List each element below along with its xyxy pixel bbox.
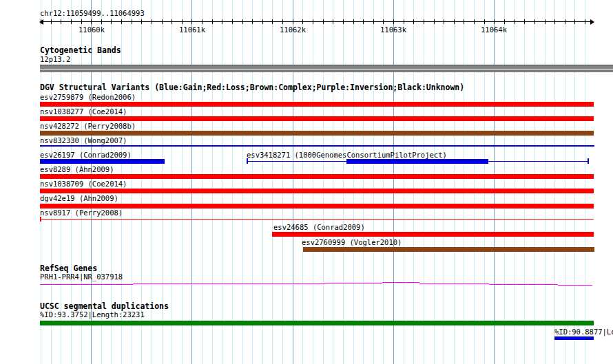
axis-tick xyxy=(232,19,233,24)
track-title: Cytogenetic Bands xyxy=(40,46,121,54)
axis-tick xyxy=(141,19,142,24)
segdup-label[interactable]: %ID:90.8877|Le xyxy=(554,328,613,336)
gridline-minor xyxy=(424,0,424,364)
gridline-major xyxy=(494,0,495,364)
axis-tick-label: 11064k xyxy=(473,25,515,34)
variant-glyph-loss[interactable] xyxy=(40,189,594,193)
gridline-minor xyxy=(353,0,354,364)
variant-glyph-loss[interactable] xyxy=(40,102,594,107)
axis-tick xyxy=(111,19,112,24)
axis-tick xyxy=(202,19,202,24)
variant-glyph-complex[interactable] xyxy=(303,247,594,252)
variant-glyph-gain[interactable] xyxy=(346,159,488,164)
variant-label[interactable]: nsv8917 (Perry2008) xyxy=(40,208,123,217)
variant-label[interactable]: esv2760999 (Vogler2010) xyxy=(302,238,402,246)
axis-tick-label: 11060k xyxy=(71,25,112,34)
gridline-minor xyxy=(302,0,303,364)
genome-browser-panel: chr12:11059499..11064993 11060k 11061k 1… xyxy=(0,0,613,364)
gridline-minor xyxy=(545,0,546,364)
axis-tick xyxy=(413,19,414,24)
gene-segment xyxy=(40,284,133,285)
axis-tick xyxy=(545,19,546,24)
segdup-glyph[interactable] xyxy=(40,321,594,325)
gridline-minor xyxy=(524,0,525,364)
axis-arrow-right-icon xyxy=(590,19,594,25)
gene-label[interactable]: PRH1-PRR4|NR_037918 xyxy=(40,272,123,281)
gridline-minor xyxy=(444,0,444,364)
gridline-minor xyxy=(333,0,333,364)
axis-tick xyxy=(373,19,374,24)
axis-tick xyxy=(313,19,313,24)
axis-tick xyxy=(61,19,61,24)
variant-glyph-loss[interactable] xyxy=(40,204,594,208)
gridline-minor xyxy=(383,0,384,364)
gridline-minor xyxy=(313,0,313,364)
axis-tick xyxy=(363,19,364,24)
variant-glyph-loss[interactable] xyxy=(40,174,594,179)
axis-tick xyxy=(484,19,485,24)
gridline-minor xyxy=(252,0,253,364)
gene-segment xyxy=(382,282,419,283)
variant-label[interactable]: nsv1038709 (Coe2014) xyxy=(40,180,127,188)
variant-label[interactable]: esv24685 (Conrad2009) xyxy=(273,223,365,231)
gridline-minor xyxy=(242,0,243,364)
gridline-minor xyxy=(534,0,535,364)
gridline-minor xyxy=(574,0,575,364)
variant-label[interactable]: esv2759879 (Redon2006) xyxy=(40,93,136,101)
gridline-minor xyxy=(484,0,485,364)
axis-tick xyxy=(101,19,102,24)
gridline-minor xyxy=(474,0,475,364)
axis-tick xyxy=(464,19,464,24)
axis-tick xyxy=(162,19,163,24)
axis-tick xyxy=(272,19,273,24)
region-coordinates: chr12:11059499..11064993 xyxy=(40,9,145,17)
variant-label[interactable]: esv3418271 (1000GenomesConsortiumPilotPr… xyxy=(247,151,447,159)
axis-tick xyxy=(212,19,213,24)
variant-glyph-complex[interactable] xyxy=(40,131,594,136)
gene-segment xyxy=(133,283,324,284)
gridline-minor xyxy=(413,0,414,364)
axis-tick xyxy=(152,19,152,24)
track-title: UCSC segmental duplications xyxy=(40,302,169,310)
variant-range-cap-left xyxy=(247,158,248,164)
variant-label[interactable]: nsv832330 (Wong2007) xyxy=(40,136,127,144)
gridline-minor xyxy=(565,0,565,364)
axis-tick xyxy=(262,19,263,24)
axis-tick xyxy=(132,19,132,24)
axis-tick-label: 11062k xyxy=(272,25,313,34)
gridline-minor xyxy=(212,0,213,364)
variant-glyph-gain[interactable] xyxy=(40,145,594,147)
variant-label[interactable]: nsv1038277 (Coe2014) xyxy=(40,107,127,116)
cytoband-glyph[interactable] xyxy=(40,65,613,72)
gridline-minor xyxy=(404,0,404,364)
variant-glyph-gain[interactable] xyxy=(40,159,165,164)
track-title: RefSeq Genes xyxy=(40,264,97,272)
gene-segment xyxy=(419,283,489,284)
axis-tick xyxy=(585,19,585,24)
variant-glyph-loss[interactable] xyxy=(272,232,594,237)
gridline-minor xyxy=(202,0,202,364)
variant-label[interactable]: esv8289 (Ahn2009) xyxy=(40,165,114,173)
axis-tick xyxy=(424,19,424,24)
variant-glyph-loss-range-line[interactable] xyxy=(40,219,594,220)
variant-label[interactable]: nsv428272 (Perry2008b) xyxy=(40,122,136,130)
gene-segment xyxy=(324,283,382,283)
axis-tick xyxy=(494,19,495,24)
axis-tick xyxy=(172,19,172,24)
axis-tick xyxy=(554,19,555,24)
axis-tick xyxy=(474,19,475,24)
variant-label[interactable]: dgv42e19 (Ahn2009) xyxy=(40,194,118,202)
axis-tick xyxy=(504,19,505,24)
segdup-label[interactable]: %ID:93.3752|Length:23231 xyxy=(40,310,145,319)
variant-glyph-loss[interactable] xyxy=(40,116,594,121)
axis-tick xyxy=(574,19,575,24)
axis-tick xyxy=(242,19,243,24)
gridline-minor xyxy=(454,0,455,364)
axis-tick xyxy=(565,19,565,24)
gridline-major xyxy=(293,0,293,364)
variant-label[interactable]: esv26197 (Conrad2009) xyxy=(40,151,132,159)
gridline-minor xyxy=(464,0,464,364)
segdup-glyph[interactable] xyxy=(554,336,594,340)
gridline-minor xyxy=(504,0,505,364)
gridline-minor xyxy=(343,0,344,364)
